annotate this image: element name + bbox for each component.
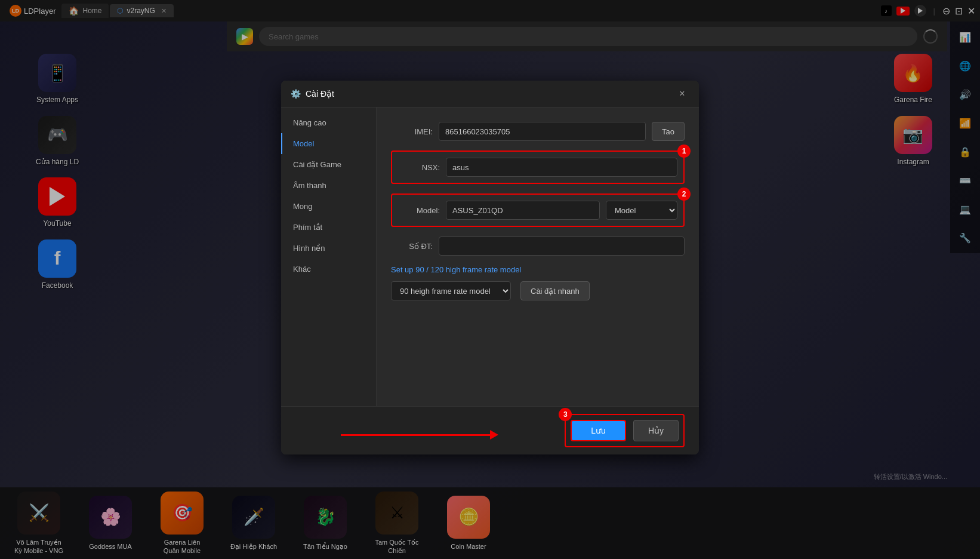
save-btn[interactable]: Lưu xyxy=(571,420,626,441)
menu-model[interactable]: Model xyxy=(281,133,376,154)
model-dropdown[interactable]: Model xyxy=(606,201,677,220)
gear-icon: ⚙️ xyxy=(291,89,301,99)
modal-header: ⚙️ Cài Đặt × xyxy=(281,81,699,108)
menu-mong[interactable]: Mong xyxy=(281,196,376,217)
modal-sidebar: Nâng cao Model Cài đặt Game Âm thanh Mon… xyxy=(281,108,377,406)
phone-row: Số ĐT: xyxy=(391,236,685,256)
settings-modal: ⚙️ Cài Đặt × Nâng cao Model Cài đặt Game… xyxy=(281,81,699,454)
arrow-line xyxy=(341,434,490,436)
modal-body: Nâng cao Model Cài đặt Game Âm thanh Mon… xyxy=(281,108,699,406)
model-row: Model: Model xyxy=(398,201,677,220)
phone-input[interactable] xyxy=(439,236,685,256)
tao-btn[interactable]: Tao xyxy=(652,122,685,141)
model-input[interactable] xyxy=(446,201,600,220)
quick-install-btn[interactable]: Cài đặt nhanh xyxy=(520,281,590,300)
menu-amthanh[interactable]: Âm thanh xyxy=(281,175,376,196)
save-highlight-box: 3 Lưu Hủy xyxy=(565,414,685,447)
menu-hinhnon[interactable]: Hình nền xyxy=(281,238,376,259)
menu-nangcao[interactable]: Nâng cao xyxy=(281,112,376,133)
nsx-input[interactable] xyxy=(446,158,677,177)
imei-row: IMEI: Tao xyxy=(391,122,685,141)
modal-close-btn[interactable]: × xyxy=(675,87,689,101)
model-highlight-box: 2 Model: Model xyxy=(391,194,685,227)
menu-khac[interactable]: Khác xyxy=(281,259,376,280)
phone-label: Số ĐT: xyxy=(391,242,433,251)
desktop: LD LDPlayer 🏠 Home ⬡ v2rayNG ✕ ♪ | ⊖ ⊡ ✕ xyxy=(0,0,980,559)
badge-1: 1 xyxy=(677,145,691,158)
imei-label: IMEI: xyxy=(391,127,433,136)
frame-rate-row: 90 heigh frame rate model 120 heigh fram… xyxy=(391,281,685,300)
modal-footer: 3 Lưu Hủy xyxy=(281,406,699,454)
badge-3: 3 xyxy=(559,408,572,421)
menu-phimtat[interactable]: Phím tắt xyxy=(281,217,376,238)
model-label: Model: xyxy=(398,206,440,215)
cancel-btn[interactable]: Hủy xyxy=(633,420,679,441)
nsx-label: NSX: xyxy=(398,163,440,172)
nsx-row: NSX: xyxy=(398,158,677,177)
badge-2: 2 xyxy=(677,188,691,201)
modal-content: IMEI: Tao 1 NSX: 2 xyxy=(377,108,699,406)
frame-rate-link[interactable]: Set up 90 / 120 high frame rate model xyxy=(391,265,685,274)
modal-title: Cài Đặt xyxy=(306,89,334,99)
frame-rate-dropdown[interactable]: 90 heigh frame rate model 120 heigh fram… xyxy=(391,281,511,300)
arrow-head xyxy=(490,430,498,440)
imei-input[interactable] xyxy=(439,122,646,141)
modal-overlay: ⚙️ Cài Đặt × Nâng cao Model Cài đặt Game… xyxy=(0,0,980,559)
nsx-highlight-box: 1 NSX: xyxy=(391,150,685,184)
menu-caidatgame[interactable]: Cài đặt Game xyxy=(281,154,376,175)
arrow-container xyxy=(341,430,498,440)
